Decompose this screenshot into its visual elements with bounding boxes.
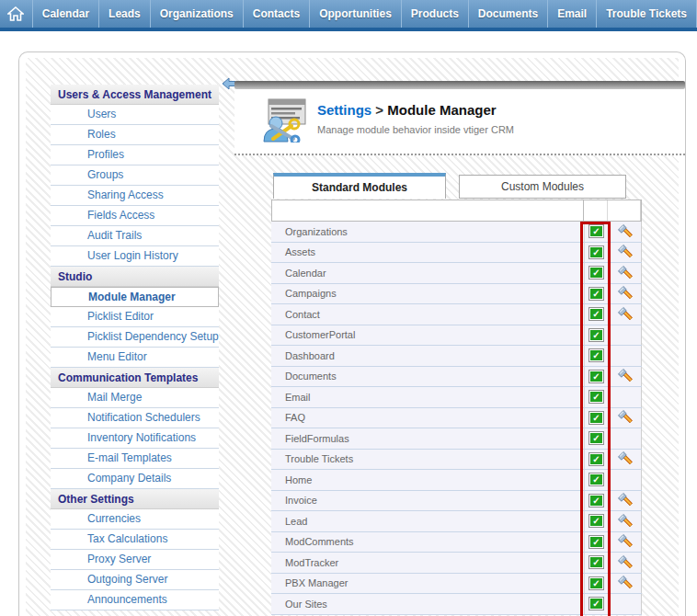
sidebar-item-audit-trails[interactable]: Audit Trails — [51, 226, 219, 246]
green-check-icon[interactable]: ✓ — [588, 473, 604, 486]
check-glyph: ✓ — [590, 578, 602, 588]
green-check-icon[interactable]: ✓ — [588, 452, 604, 466]
module-settings-cell — [609, 511, 642, 531]
module-name: Trouble Tickets — [271, 450, 585, 470]
module-row-our-sites: Our Sites✓ — [271, 594, 642, 615]
home-button[interactable] — [0, 0, 33, 28]
green-check-icon[interactable]: ✓ — [588, 266, 604, 279]
sidebar-item-picklist-dependency-setup[interactable]: Picklist Dependency Setup — [51, 327, 219, 348]
green-check-icon[interactable]: ✓ — [588, 535, 604, 549]
green-check-icon[interactable]: ✓ — [588, 514, 604, 528]
sidebar-item-e-mail-templates[interactable]: E-mail Templates — [51, 449, 219, 469]
green-check-icon[interactable]: ✓ — [588, 576, 604, 590]
sidebar-item-user-login-history[interactable]: User Login History — [51, 246, 219, 267]
sidebar-item-users[interactable]: Users — [51, 105, 219, 125]
hammer-icon[interactable] — [616, 553, 634, 572]
module-row-organizations: Organizations✓ — [271, 222, 642, 243]
hammer-icon[interactable] — [616, 491, 634, 509]
nav-item-leads[interactable]: Leads — [99, 0, 151, 28]
green-check-icon[interactable]: ✓ — [588, 494, 604, 508]
check-glyph: ✓ — [590, 599, 602, 609]
hammer-icon[interactable] — [616, 512, 634, 530]
module-enabled-cell: ✓ — [585, 222, 609, 242]
check-glyph: ✓ — [590, 350, 602, 360]
module-settings-cell — [609, 594, 642, 614]
module-row-invoice: Invoice✓ — [271, 491, 642, 512]
module-name: ModTracker — [271, 553, 585, 573]
hammer-icon[interactable] — [616, 305, 634, 324]
tab-custom-modules[interactable]: Custom Modules — [459, 175, 626, 199]
breadcrumb: Settings > Module Manager — [317, 102, 514, 118]
nav-item-opportunities[interactable]: Opportunities — [310, 0, 402, 28]
nav-item-email[interactable]: Email — [548, 0, 597, 28]
sidebar-item-menu-editor[interactable]: Menu Editor — [51, 348, 219, 368]
sidebar-item-currencies[interactable]: Currencies — [51, 509, 219, 530]
check-glyph: ✓ — [590, 226, 602, 236]
green-check-icon[interactable]: ✓ — [588, 411, 604, 425]
green-check-icon[interactable]: ✓ — [588, 597, 604, 610]
module-enabled-cell: ✓ — [585, 450, 609, 470]
module-settings-cell — [609, 263, 642, 283]
check-glyph: ✓ — [590, 454, 602, 464]
sidebar-item-proxy-server[interactable]: Proxy Server — [51, 550, 219, 570]
module-settings-cell — [609, 243, 642, 263]
green-check-icon[interactable]: ✓ — [588, 245, 604, 259]
hammer-icon[interactable] — [616, 222, 634, 241]
check-glyph: ✓ — [590, 413, 602, 423]
module-name: Contact — [271, 304, 585, 325]
module-settings-cell — [609, 532, 642, 553]
module-row-modcomments: ModComments✓ — [271, 532, 642, 553]
sidebar-item-outgoing-server[interactable]: Outgoing Server — [51, 570, 219, 590]
nav-item-organizations[interactable]: Organizations — [151, 0, 244, 28]
breadcrumb-settings-link[interactable]: Settings — [317, 102, 371, 118]
hammer-icon[interactable] — [616, 243, 634, 261]
green-check-icon[interactable]: ✓ — [588, 390, 604, 404]
sidebar-item-module-manager[interactable]: Module Manager — [51, 287, 219, 307]
nav-item-calendar[interactable]: Calendar — [33, 0, 99, 28]
check-glyph: ✓ — [590, 433, 602, 443]
green-check-icon[interactable]: ✓ — [588, 307, 604, 321]
sidebar-item-groups[interactable]: Groups — [51, 165, 219, 186]
module-manager-page: CalendarLeadsOrganizationsContactsOpport… — [0, 0, 697, 616]
sidebar-item-fields-access[interactable]: Fields Access — [51, 206, 219, 226]
hammer-icon[interactable] — [616, 367, 634, 385]
module-settings-cell — [609, 491, 642, 511]
module-name: Dashboard — [271, 346, 585, 366]
hammer-icon[interactable] — [616, 450, 634, 468]
hammer-icon[interactable] — [616, 574, 634, 592]
hammer-icon[interactable] — [616, 284, 634, 302]
hammer-icon[interactable] — [616, 264, 634, 282]
nav-item-contacts[interactable]: Contacts — [244, 0, 310, 28]
sidebar-item-mail-merge[interactable]: Mail Merge — [51, 388, 219, 408]
sidebar-item-profiles[interactable]: Profiles — [51, 145, 219, 165]
module-settings-cell — [609, 284, 642, 304]
sidebar-item-tax-calculations[interactable]: Tax Calculations — [51, 530, 219, 550]
sidebar-item-company-details[interactable]: Company Details — [51, 469, 219, 489]
green-check-icon[interactable]: ✓ — [588, 328, 604, 342]
sidebar-item-inventory-notifications[interactable]: Inventory Notifications — [51, 428, 219, 449]
module-settings-cell — [609, 428, 642, 449]
module-enabled-cell: ✓ — [585, 532, 609, 553]
green-check-icon[interactable]: ✓ — [588, 348, 604, 362]
sidebar-item-sharing-access[interactable]: Sharing Access — [51, 186, 219, 206]
sidebar-item-announcements[interactable]: Announcements — [51, 590, 219, 610]
module-enabled-cell: ✓ — [585, 346, 609, 366]
module-name: Invoice — [271, 491, 585, 511]
nav-item-products[interactable]: Products — [402, 0, 469, 28]
hammer-icon[interactable] — [616, 532, 634, 551]
green-check-icon[interactable]: ✓ — [588, 555, 604, 569]
check-glyph: ✓ — [590, 392, 602, 402]
green-check-icon[interactable]: ✓ — [588, 224, 604, 238]
sidebar-item-notification-schedulers[interactable]: Notification Schedulers — [51, 408, 219, 428]
sidebar-item-roles[interactable]: Roles — [51, 125, 219, 145]
nav-item-documents[interactable]: Documents — [469, 0, 548, 28]
hammer-icon[interactable] — [616, 408, 634, 427]
green-check-icon[interactable]: ✓ — [588, 287, 604, 301]
nav-item-trouble-tickets[interactable]: Trouble Tickets — [597, 0, 697, 28]
sidebar-item-picklist-editor[interactable]: Picklist Editor — [51, 307, 219, 327]
module-settings-cell — [609, 574, 642, 594]
tab-standard-modules[interactable]: Standard Modules — [273, 173, 446, 199]
module-enabled-cell: ✓ — [585, 243, 609, 263]
green-check-icon[interactable]: ✓ — [588, 431, 604, 445]
green-check-icon[interactable]: ✓ — [588, 370, 604, 383]
